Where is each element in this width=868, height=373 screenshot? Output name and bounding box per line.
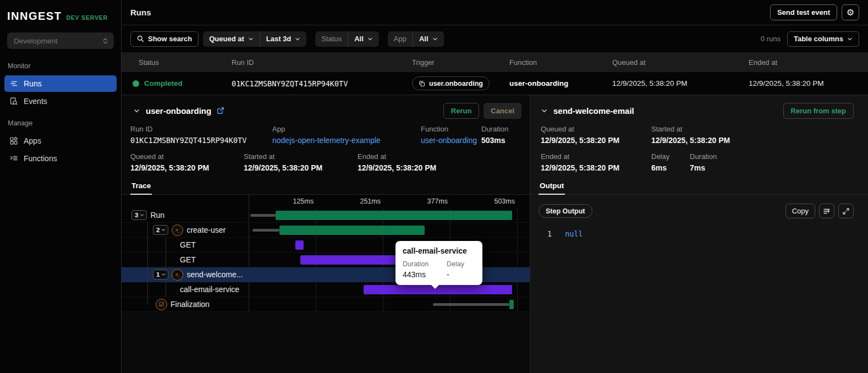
send-test-event-button[interactable]: Send test event <box>770 4 837 20</box>
step-detail-panel: send-welcome-email Rerun from step Queue… <box>530 95 868 373</box>
step-queued-at-field: Queued at 12/9/2025, 5:38:20 PM <box>541 125 651 145</box>
app-link[interactable]: nodejs-open-telemetry-example <box>272 136 421 145</box>
trace-row-create-user[interactable]: 2>_create-user <box>122 223 530 238</box>
column-header-trigger: Trigger <box>412 58 509 67</box>
word-wrap-button[interactable] <box>819 204 834 218</box>
app-label: App <box>272 125 421 133</box>
trace-row-finalization[interactable]: ☑Finalization <box>122 297 530 312</box>
trace-span-bar[interactable] <box>276 211 513 220</box>
settings-gear-button[interactable]: ⚙ <box>842 4 859 20</box>
status-filter-dropdown[interactable]: All <box>348 31 379 47</box>
table-columns-label: Table columns <box>794 35 843 43</box>
function-cell: user-onboarding <box>509 79 612 87</box>
step-delay-label: Delay <box>651 152 690 161</box>
app-filter-value: All <box>419 35 428 43</box>
time-range-dropdown[interactable]: Last 3d <box>260 31 307 47</box>
tooltip-delay-label: Delay <box>447 260 475 268</box>
trace-row-label: Finalization <box>171 300 210 309</box>
function-label: Function <box>421 125 481 133</box>
copy-button[interactable]: Copy <box>785 204 815 218</box>
app-filter-group: App All <box>388 31 444 47</box>
code-value: null <box>565 229 583 238</box>
sidebar-item-apps[interactable]: Apps <box>4 133 117 149</box>
trace-span-bar[interactable] <box>295 240 304 250</box>
ended-at-field: Ended at 12/9/2025, 5:38:20 PM <box>358 152 530 172</box>
collapse-count-badge[interactable]: 3 <box>131 210 147 221</box>
sidebar-item-label: Runs <box>24 79 42 88</box>
queued-at-label: Queued at <box>130 152 244 161</box>
trace-span-bar[interactable] <box>509 300 514 309</box>
chevron-down-icon <box>847 36 853 42</box>
trace-waterfall: 125ms251ms377ms503ms 3Run2>_create-userG… <box>122 195 530 312</box>
trace-row-label: GET <box>180 240 196 249</box>
collapse-run-chevron[interactable] <box>133 107 140 114</box>
output-code: 1 null <box>530 229 868 238</box>
step-ended-at-field: Ended at 12/9/2025, 5:38:20 PM <box>541 152 651 172</box>
run-id-label: Run ID <box>130 125 272 133</box>
function-link[interactable]: user-onboarding <box>421 136 481 145</box>
trigger-event-pill[interactable]: user.onboarding <box>412 76 490 90</box>
queued-at-label: Queued at <box>209 35 244 43</box>
step-delay-value: 6ms <box>651 163 690 172</box>
app-field: App nodejs-open-telemetry-example <box>272 125 421 145</box>
sidebar-section-monitor: Monitor <box>0 53 121 74</box>
step-meta-row-1: Queued at 12/9/2025, 5:38:20 PM Started … <box>530 125 868 145</box>
rerun-from-step-button[interactable]: Rerun from step <box>783 103 854 119</box>
queue-delay-line <box>433 303 510 306</box>
rerun-button[interactable]: Rerun <box>443 103 480 119</box>
status-filter-value: All <box>354 35 364 43</box>
events-icon <box>9 97 18 106</box>
app-filter-dropdown[interactable]: All <box>413 31 444 47</box>
step-duration-label: Duration <box>690 152 868 161</box>
show-search-button[interactable]: Show search <box>130 31 199 47</box>
collapse-count-badge[interactable]: 2 <box>153 225 168 235</box>
runs-table-header: Status Run ID Trigger Function Queued at… <box>122 52 868 72</box>
tooltip-caret <box>431 284 440 289</box>
step-queued-at-value: 12/9/2025, 5:38:20 PM <box>541 136 651 145</box>
step-started-at-value: 12/9/2025, 5:38:20 PM <box>651 136 868 145</box>
run-table-row[interactable]: Completed 01KC1ZMSBNY9ZQT415RP94K0TV use… <box>122 72 868 95</box>
cancel-button[interactable]: Cancel <box>484 103 521 119</box>
column-header-ended-at: Ended at <box>749 58 868 67</box>
run-id-field: Run ID 01KC1ZMSBNY9ZQT415RP94K0TV <box>130 125 272 145</box>
environment-select[interactable]: Development <box>7 32 114 49</box>
tab-trace[interactable]: Trace <box>130 179 152 195</box>
ended-at-value: 12/9/2025, 5:38:20 PM <box>358 163 530 172</box>
step-duration-value: 7ms <box>690 163 868 172</box>
run-meta-row-1: Run ID 01KC1ZMSBNY9ZQT415RP94K0TV App no… <box>122 125 530 145</box>
collapse-step-chevron[interactable] <box>541 107 548 114</box>
tooltip-duration-value: 443ms <box>403 270 447 279</box>
sidebar-item-events[interactable]: Events <box>4 93 117 109</box>
sidebar-section-manage: Manage <box>0 111 121 131</box>
app-filter-label: App <box>388 31 413 47</box>
status-filter-label: Status <box>315 31 348 47</box>
sidebar-item-functions[interactable]: Functions <box>4 150 117 167</box>
external-link-icon[interactable] <box>217 107 224 114</box>
tab-output[interactable]: Output <box>539 179 565 195</box>
expand-output-button[interactable] <box>838 204 854 218</box>
duration-field: Duration 503ms <box>481 125 530 145</box>
step-terminal-icon: >_ <box>172 269 183 281</box>
run-id-value: 01KC1ZMSBNY9ZQT415RP94K0TV <box>130 136 272 145</box>
collapse-count-badge[interactable]: 1 <box>153 270 168 280</box>
trace-row-run[interactable]: 3Run <box>122 208 530 223</box>
runs-icon <box>9 79 18 88</box>
step-ended-at-label: Ended at <box>541 152 651 161</box>
run-detail-header: user-onboarding Rerun Cancel <box>122 101 530 120</box>
table-columns-button[interactable]: Table columns <box>787 31 859 47</box>
apps-icon <box>9 136 18 145</box>
time-range-label: Last 3d <box>266 35 292 43</box>
trace-tabs: Trace <box>122 179 530 195</box>
column-header-run-id: Run ID <box>232 58 412 67</box>
trace-row-name: 1>_send-welcome... <box>122 269 249 281</box>
queued-at-field: Queued at 12/9/2025, 5:38:20 PM <box>130 152 244 172</box>
column-header-queued-at: Queued at <box>612 58 749 67</box>
sidebar-item-runs[interactable]: Runs <box>4 75 117 92</box>
trace-span-bar[interactable] <box>300 255 408 265</box>
step-detail-title: send-welcome-email <box>553 106 634 116</box>
queued-at-cell: 12/9/2025, 5:38:20 PM <box>612 79 749 87</box>
axis-tick-label: 503ms <box>494 198 515 205</box>
word-wrap-icon <box>823 207 831 215</box>
trace-span-bar[interactable] <box>279 226 425 235</box>
queued-at-dropdown[interactable]: Queued at <box>203 31 260 47</box>
